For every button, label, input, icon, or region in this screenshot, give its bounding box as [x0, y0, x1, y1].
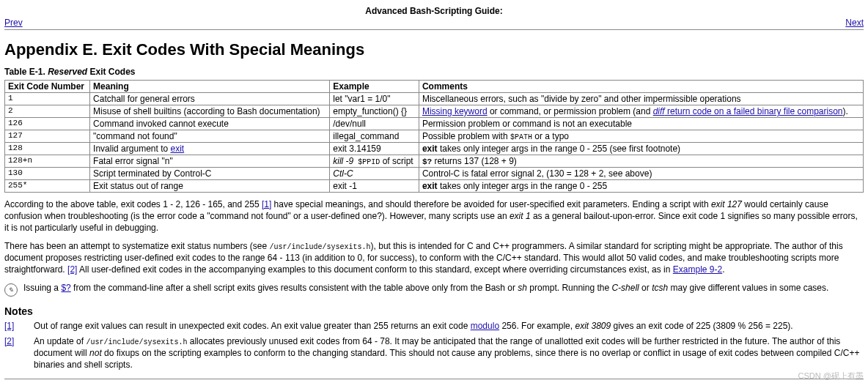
text: prompt. Running the [527, 283, 611, 293]
table-row: 127 "command not found" illegal_command … [5, 130, 864, 143]
missing-keyword-link[interactable]: Missing keyword [422, 106, 488, 116]
text: of script [380, 156, 413, 166]
cell-meaning: Invalid argument to exit [90, 143, 330, 155]
book-title: Advanced Bash-Scripting Guide: [4, 6, 864, 16]
prev-link[interactable]: Prev [4, 18, 23, 28]
cell-code: 2 [5, 105, 90, 118]
footnote-2: [2] An update of /usr/include/sysexits.h… [4, 335, 864, 371]
text: . [722, 264, 724, 275]
dollar-q-link[interactable]: $? [61, 283, 70, 293]
cell-code: 128 [5, 143, 90, 155]
cell-example: kill -9 $PPID of script [330, 155, 419, 168]
text: ). [843, 106, 848, 116]
cell-meaning: Exit status out of range [90, 180, 330, 193]
table-row: 128 Invalid argument to exit exit 3.1415… [5, 143, 864, 155]
cell-comment: Permission problem or command is not an … [419, 118, 863, 130]
sh: sh [518, 283, 527, 293]
cell-example: exit -1 [330, 180, 419, 193]
top-divider [4, 29, 864, 30]
note-text: Issuing a $? from the command-line after… [23, 283, 828, 293]
footnote-2-ref[interactable]: [2] [67, 264, 77, 275]
text: Possible problem with [422, 131, 510, 141]
cell-code: 128+n [5, 155, 90, 168]
footnote-1-text: Out of range exit values can result in u… [34, 320, 793, 332]
next-link[interactable]: Next [845, 18, 864, 28]
bottom-divider [4, 379, 864, 379]
cell-comment: $? returns 137 (128 + 9) [419, 155, 863, 168]
cell-code: 1 [5, 93, 90, 105]
paragraph-1: According to the above table, exit codes… [4, 198, 864, 234]
text: returns 137 (128 + 9) [432, 156, 517, 166]
text: An update of [34, 336, 86, 346]
cell-meaning: Fatal error signal "n" [90, 155, 330, 168]
footnote-1: [1] Out of range exit values can result … [4, 320, 864, 332]
text: 256. For example, [499, 321, 575, 331]
text: All user-defined exit codes in the accom… [77, 264, 672, 275]
page-title: Appendix E. Exit Codes With Special Mean… [4, 40, 864, 59]
text: Issuing a [23, 283, 61, 293]
note-block: ✎ Issuing a $? from the command-line aft… [4, 283, 864, 297]
table-row: 1 Catchall for general errors let "var1 … [5, 93, 864, 105]
table-caption: Table E-1. Reserved Exit Codes [4, 67, 864, 77]
cell-comment: exit takes only integer args in the rang… [419, 180, 863, 193]
footnote-1-num[interactable]: [1] [4, 321, 14, 331]
cell-example: illegal_command [330, 130, 419, 143]
kill-cmd: kill -9 [333, 156, 353, 166]
paragraph-2: There has been an attempt to systematize… [4, 240, 864, 276]
text: Out of range exit values can result in u… [34, 321, 471, 331]
c-shell: C-shell [611, 283, 639, 293]
cell-meaning: Catchall for general errors [90, 93, 330, 105]
sysexits-path: /usr/include/sysexits.h [86, 338, 187, 346]
text: from the command-line after a shell scri… [71, 283, 518, 293]
table-row: 126 Command invoked cannot execute /dev/… [5, 118, 864, 130]
cell-example: Ctl-C [330, 168, 419, 180]
exit-bold: exit [422, 181, 438, 191]
cell-comment: Missing keyword or command, or permissio… [419, 105, 863, 118]
diff-text: diff [653, 106, 665, 116]
note-icon: ✎ [4, 283, 18, 297]
text: takes only integer args in the range 0 -… [438, 144, 681, 154]
footnote-1-ref[interactable]: [1] [262, 199, 271, 209]
diff-link[interactable]: diff return code on a failed binary file… [653, 106, 843, 116]
cell-meaning: Script terminated by Control-C [90, 168, 330, 180]
watermark: CSDN @砚上有墨 [798, 371, 864, 382]
text: do fixups on the scripting examples to c… [34, 348, 859, 370]
cell-comment: Control-C is fatal error signal 2, (130 … [419, 168, 863, 180]
text: may give different values in some cases. [668, 283, 828, 293]
th-code: Exit Code Number [5, 81, 90, 93]
th-example: Example [330, 81, 419, 93]
text: According to the above table, exit codes… [4, 199, 262, 209]
example-9-2-link[interactable]: Example 9-2 [673, 264, 722, 275]
cell-comment: Miscellaneous errors, such as "divide by… [419, 93, 863, 105]
ppid: $PPID [353, 158, 380, 166]
cell-example: let "var1 = 1/0" [330, 93, 419, 105]
cell-example: /dev/null [330, 118, 419, 130]
tcsh: tcsh [652, 283, 668, 293]
cell-example: empty_function() {} [330, 105, 419, 118]
cell-code: 130 [5, 168, 90, 180]
cell-code: 255* [5, 180, 90, 193]
exit-codes-table: Exit Code Number Meaning Example Comment… [4, 80, 864, 193]
exit-127: exit 127 [711, 199, 742, 209]
th-meaning: Meaning [90, 81, 330, 93]
exit-link[interactable]: exit [171, 144, 185, 154]
footnote-2-text: An update of /usr/include/sysexits.h all… [34, 335, 864, 371]
cell-meaning: "command not found" [90, 130, 330, 143]
cell-meaning: Command invoked cannot execute [90, 118, 330, 130]
caption-tail: Exit Codes [87, 67, 135, 77]
path-var: $PATH [510, 133, 532, 141]
text: or command, or permission problem (and [488, 106, 653, 116]
table-row: 128+n Fatal error signal "n" kill -9 $PP… [5, 155, 864, 168]
table-row: 2 Misuse of shell builtins (according to… [5, 105, 864, 118]
caption-em: Reserved [48, 67, 87, 77]
cell-code: 127 [5, 130, 90, 143]
caption-label: Table E-1. [4, 67, 48, 77]
text: or [639, 283, 652, 293]
cell-comment: Possible problem with $PATH or a typo [419, 130, 863, 143]
top-nav: Prev Next [4, 18, 864, 28]
cell-code: 126 [5, 118, 90, 130]
text: gives an exit code of 225 (3809 % 256 = … [611, 321, 793, 331]
footnote-2-num[interactable]: [2] [4, 336, 14, 346]
modulo-link[interactable]: modulo [471, 321, 499, 331]
notes-heading: Notes [4, 305, 864, 317]
